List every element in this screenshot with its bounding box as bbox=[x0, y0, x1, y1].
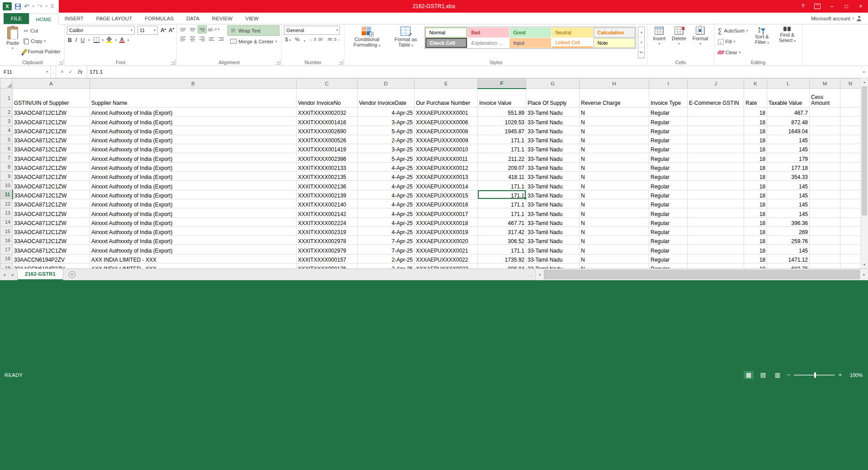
row-header-5[interactable]: 5 bbox=[0, 135, 13, 144]
cell-J4[interactable] bbox=[688, 126, 744, 135]
name-box-dropdown-icon[interactable]: ▾ bbox=[46, 70, 50, 74]
select-all-corner[interactable] bbox=[0, 79, 13, 89]
sheet-next-icon[interactable]: ▸ bbox=[9, 269, 17, 280]
cell-G14[interactable]: 33-Tamil Nadu bbox=[526, 217, 580, 226]
cell-H14[interactable]: N bbox=[580, 217, 649, 226]
cell-L10[interactable]: 145 bbox=[767, 181, 810, 190]
cell-N2[interactable] bbox=[840, 108, 861, 117]
cell-E15[interactable]: XXXAEPUXXXX0019 bbox=[415, 226, 478, 235]
cell-L11[interactable]: 145 bbox=[767, 190, 810, 199]
cell-C9[interactable]: XXXITXXXX002135 bbox=[297, 172, 358, 181]
cell-C4[interactable]: XXXITXXXX002690 bbox=[297, 126, 358, 135]
cell-F18[interactable]: 1735.92 bbox=[478, 254, 526, 263]
cell-H4[interactable]: N bbox=[580, 126, 649, 135]
font-dialog-launcher[interactable]: ↘ bbox=[170, 60, 175, 65]
cell-M14[interactable] bbox=[810, 217, 840, 226]
delete-cells-button[interactable]: Delete ▾ bbox=[669, 26, 689, 58]
cell-F19[interactable]: 806.84 bbox=[478, 263, 526, 268]
column-header-H[interactable]: H bbox=[580, 79, 649, 89]
excel-app-icon[interactable]: X bbox=[3, 2, 12, 10]
cell-J18[interactable] bbox=[688, 254, 744, 263]
cell-N19[interactable] bbox=[840, 263, 861, 268]
cell-J2[interactable] bbox=[688, 108, 744, 117]
cell-B12[interactable]: Airxxxt Authxxxty of India (Export) bbox=[90, 199, 297, 208]
cell-I1[interactable]: Invoice Type bbox=[649, 89, 688, 108]
cell-K5[interactable]: 18 bbox=[744, 135, 767, 144]
cell-N9[interactable] bbox=[840, 172, 861, 181]
cell-M9[interactable] bbox=[810, 172, 840, 181]
cell-C17[interactable]: XXXITXXXX002979 bbox=[297, 245, 358, 254]
row-header-6[interactable]: 6 bbox=[0, 144, 13, 153]
cell-L5[interactable]: 145 bbox=[767, 135, 810, 144]
cell-C15[interactable]: XXXITXXXX002319 bbox=[297, 226, 358, 235]
cell-B14[interactable]: Airxxxt Authxxxty of India (Export) bbox=[90, 217, 297, 226]
cell-H12[interactable]: N bbox=[580, 199, 649, 208]
cell-M15[interactable] bbox=[810, 226, 840, 235]
cell-N13[interactable] bbox=[840, 208, 861, 217]
column-header-L[interactable]: L bbox=[767, 79, 810, 89]
cell-C6[interactable]: XXXITXXXX001419 bbox=[297, 144, 358, 153]
cell-A6[interactable]: 33AAOCA8712C1ZW bbox=[13, 144, 90, 153]
style-calculation[interactable]: Calculation bbox=[594, 28, 635, 38]
cell-I11[interactable]: Regular bbox=[649, 190, 688, 199]
decrease-indent-button[interactable] bbox=[208, 35, 216, 42]
row-header-7[interactable]: 7 bbox=[0, 153, 13, 162]
cell-E16[interactable]: XXXAEPUXXXX0020 bbox=[415, 236, 478, 245]
cell-D9[interactable]: 4-Apr-25 bbox=[358, 172, 415, 181]
cancel-icon[interactable]: × bbox=[61, 69, 64, 75]
decrease-decimal-button[interactable]: .00 .0→ bbox=[327, 37, 340, 42]
cell-D7[interactable]: 5-Apr-25 bbox=[358, 153, 415, 162]
cell-A16[interactable]: 33AAOCA8712C1ZW bbox=[13, 236, 90, 245]
cell-F1[interactable]: Invoice Value bbox=[478, 89, 526, 108]
cell-J6[interactable] bbox=[688, 144, 744, 153]
tab-data[interactable]: DATA bbox=[180, 13, 206, 24]
cell-G9[interactable]: 33-Tamil Nadu bbox=[526, 172, 580, 181]
cell-E8[interactable]: XXXAEPUXXXX0012 bbox=[415, 162, 478, 171]
cell-E3[interactable]: XXXAEPUXXXX0006 bbox=[415, 117, 478, 126]
cell-N7[interactable] bbox=[840, 153, 861, 162]
cell-A7[interactable]: 33AAOCA8712C1ZW bbox=[13, 153, 90, 162]
cell-B13[interactable]: Airxxxt Authxxxty of India (Export) bbox=[90, 208, 297, 217]
cell-I2[interactable]: Regular bbox=[649, 108, 688, 117]
vertical-scrollbar[interactable]: ▴ ▾ bbox=[860, 78, 868, 268]
scroll-down-icon[interactable]: ▾ bbox=[861, 261, 868, 268]
cell-G17[interactable]: 33-Tamil Nadu bbox=[526, 245, 580, 254]
style-note[interactable]: Note bbox=[594, 38, 635, 48]
cell-M5[interactable] bbox=[810, 135, 840, 144]
paste-button[interactable]: Paste ▾ bbox=[3, 26, 22, 58]
cell-M8[interactable] bbox=[810, 162, 840, 171]
cell-M10[interactable] bbox=[810, 181, 840, 190]
page-break-view-icon[interactable]: ▥ bbox=[773, 371, 783, 379]
cell-C19[interactable]: XXXITXXXX000176 bbox=[297, 263, 358, 268]
cell-D16[interactable]: 7-Apr-25 bbox=[358, 236, 415, 245]
cell-L13[interactable]: 145 bbox=[767, 208, 810, 217]
undo-icon[interactable]: ↶ bbox=[24, 3, 29, 9]
cell-E18[interactable]: XXXAEPUXXXX0022 bbox=[415, 254, 478, 263]
cell-J15[interactable] bbox=[688, 226, 744, 235]
column-header-M[interactable]: M bbox=[810, 79, 840, 89]
row-header-8[interactable]: 8 bbox=[0, 162, 13, 171]
formula-bar-expand-icon[interactable]: ▾ bbox=[860, 66, 868, 78]
cell-E4[interactable]: XXXAEPUXXXX0008 bbox=[415, 126, 478, 135]
cell-D6[interactable]: 3-Apr-25 bbox=[358, 144, 415, 153]
row-header-19[interactable]: 19 bbox=[0, 263, 13, 268]
row-header-17[interactable]: 17 bbox=[0, 245, 13, 254]
cell-I19[interactable]: Regular bbox=[649, 263, 688, 268]
cell-M17[interactable] bbox=[810, 245, 840, 254]
row-header-16[interactable]: 16 bbox=[0, 236, 13, 245]
cell-J16[interactable] bbox=[688, 236, 744, 245]
cell-F13[interactable]: 171.1 bbox=[478, 208, 526, 217]
cell-A15[interactable]: 33AAOCA8712C1ZW bbox=[13, 226, 90, 235]
align-left-button[interactable] bbox=[179, 35, 187, 42]
cell-D18[interactable]: 2-Apr-25 bbox=[358, 254, 415, 263]
row-header-3[interactable]: 3 bbox=[0, 117, 13, 126]
cell-F8[interactable]: 209.07 bbox=[478, 162, 526, 171]
format-as-table-button[interactable]: Format as Table ▾ bbox=[388, 26, 423, 58]
orientation-button[interactable]: ab↗ bbox=[208, 27, 217, 32]
cell-J7[interactable] bbox=[688, 153, 744, 162]
cell-F7[interactable]: 211.22 bbox=[478, 153, 526, 162]
cell-K15[interactable]: 18 bbox=[744, 226, 767, 235]
cell-G2[interactable]: 33-Tamil Nadu bbox=[526, 108, 580, 117]
cell-K6[interactable]: 18 bbox=[744, 144, 767, 153]
cell-L1[interactable]: Taxable Value bbox=[767, 89, 810, 108]
